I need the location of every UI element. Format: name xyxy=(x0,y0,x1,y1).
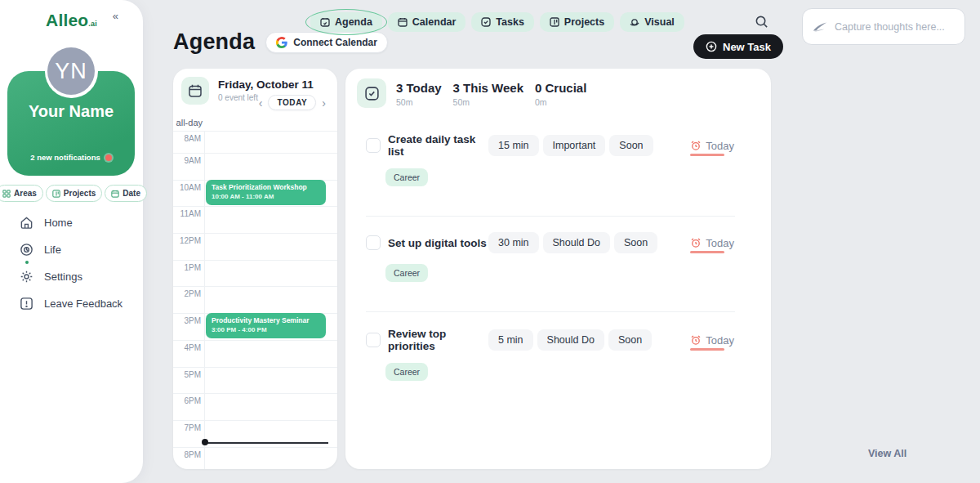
notifications-row[interactable]: 2 new notifications xyxy=(7,153,135,162)
category-chip[interactable]: Career xyxy=(385,168,428,186)
due-badge[interactable]: Today xyxy=(690,237,734,249)
view-tab-date[interactable]: Date xyxy=(105,185,147,202)
gear-icon xyxy=(20,270,33,284)
google-icon xyxy=(276,37,287,48)
hour-label: 4PM xyxy=(173,341,201,352)
tab-label: Visual xyxy=(644,16,675,28)
task-stats: 3 Today 50m 3 This Week 50m 0 Crucial 0m xyxy=(396,78,586,107)
calendar-icon xyxy=(111,190,119,198)
due-label: Today xyxy=(706,334,734,347)
avatar[interactable]: YN xyxy=(47,47,95,95)
tab-projects[interactable]: Projects xyxy=(540,12,614,32)
due-label: Today xyxy=(706,140,734,152)
stat-time: 50m xyxy=(453,97,523,107)
tab-tasks[interactable]: Tasks xyxy=(471,12,534,32)
chevron-left-icon[interactable]: ‹ xyxy=(257,97,265,109)
task-row: Review top priorities 5 min Should Do So… xyxy=(345,312,771,411)
notification-dot xyxy=(105,154,112,161)
stat-today: 3 Today 50m xyxy=(396,81,442,107)
priority-chip[interactable]: Should Do xyxy=(537,329,604,351)
hour-row[interactable]: 8PM xyxy=(173,447,337,469)
urgency-chip[interactable]: Soon xyxy=(608,329,652,351)
sidebar-item-leave-feedback[interactable]: Leave Feedback xyxy=(20,297,122,311)
task-checkbox[interactable] xyxy=(366,138,381,153)
hour-label: 2PM xyxy=(173,287,201,298)
hour-row[interactable]: 9AM xyxy=(173,153,337,180)
current-time-dot[interactable] xyxy=(202,439,208,445)
view-all-link[interactable]: View All xyxy=(868,448,906,459)
calendar-event[interactable]: Task Prioritization Workshop 10:00 AM - … xyxy=(206,180,326,205)
task-title[interactable]: Create daily task list xyxy=(388,133,488,158)
hour-row[interactable]: 1PM xyxy=(173,260,337,287)
priority-chip[interactable]: Important xyxy=(543,135,606,156)
task-checkbox[interactable] xyxy=(366,235,381,250)
stat-this-week: 3 This Week 50m xyxy=(453,81,523,107)
sidebar-item-life[interactable]: Life xyxy=(20,243,122,257)
new-task-label: New Task xyxy=(723,41,771,53)
calendar-date-title: Friday, October 11 xyxy=(218,77,314,91)
duration-chip[interactable]: 15 min xyxy=(488,135,539,156)
connect-calendar-button[interactable]: Connect Calendar xyxy=(265,32,388,53)
chevron-right-icon[interactable]: › xyxy=(320,97,327,109)
hour-label: 5PM xyxy=(173,368,201,379)
duration-chip[interactable]: 30 min xyxy=(488,232,539,253)
task-title[interactable]: Set up digital tools xyxy=(388,237,488,249)
stat-label: 3 This Week xyxy=(453,81,523,95)
due-badge[interactable]: Today xyxy=(690,140,734,152)
stat-time: 50m xyxy=(396,97,442,107)
kanban-icon xyxy=(52,190,60,198)
duration-chip[interactable]: 5 min xyxy=(488,329,533,351)
event-title: Productivity Mastery Seminar xyxy=(212,316,320,324)
search-icon[interactable] xyxy=(755,15,768,29)
category-chip[interactable]: Career xyxy=(385,264,428,282)
hour-row[interactable]: 11AM xyxy=(173,206,337,233)
view-tab-areas[interactable]: Areas xyxy=(0,185,43,202)
stat-time: 0m xyxy=(535,97,586,107)
check-square-icon xyxy=(357,78,386,108)
capture-thoughts-input[interactable] xyxy=(835,21,955,33)
task-checkbox[interactable] xyxy=(366,333,381,347)
home-icon xyxy=(20,216,33,230)
sidebar-view-tabs: Areas Projects Date xyxy=(0,185,143,202)
urgency-chip[interactable]: Soon xyxy=(614,232,657,253)
calendar-event[interactable]: Productivity Mastery Seminar 3:00 PM - 4… xyxy=(206,313,326,338)
app-logo: Alleo.ai xyxy=(0,11,143,30)
new-task-button[interactable]: New Task xyxy=(693,34,783,59)
user-name: Your Name xyxy=(7,102,135,121)
task-chips: 15 min Important Soon xyxy=(488,135,653,156)
hour-row[interactable]: 4PM xyxy=(173,340,337,367)
view-tab-label: Projects xyxy=(64,189,96,198)
view-tab-projects[interactable]: Projects xyxy=(46,185,102,202)
hour-row[interactable]: 2PM xyxy=(173,286,337,313)
due-label: Today xyxy=(706,237,734,249)
sidebar: Alleo.ai « Your Name 2 new notifications… xyxy=(0,0,143,483)
hour-row[interactable]: 8AM xyxy=(173,131,337,153)
tab-calendar[interactable]: Calendar xyxy=(388,12,466,32)
notifications-text: 2 new notifications xyxy=(30,153,100,162)
hour-row[interactable]: 12PM xyxy=(173,233,337,260)
hour-row[interactable]: 5PM xyxy=(173,367,337,394)
due-badge[interactable]: Today xyxy=(690,334,734,347)
capture-thoughts-box xyxy=(802,8,965,45)
task-main: Review top priorities 5 min Should Do So… xyxy=(366,328,734,352)
hour-label: 1PM xyxy=(173,261,201,272)
sidebar-collapse-icon[interactable]: « xyxy=(113,10,118,22)
sidebar-item-settings[interactable]: Settings xyxy=(20,270,122,284)
tab-agenda[interactable]: Agenda xyxy=(310,12,382,32)
tab-visual[interactable]: Visual xyxy=(620,12,684,32)
calendar-panel: Friday, October 11 0 event left ‹ TODAY … xyxy=(173,69,337,469)
today-button[interactable]: TODAY xyxy=(268,95,316,110)
urgency-chip[interactable]: Soon xyxy=(609,135,653,156)
category-chip[interactable]: Career xyxy=(385,363,428,381)
view-tab-label: Date xyxy=(122,189,140,198)
task-title[interactable]: Review top priorities xyxy=(388,328,488,352)
kanban-icon xyxy=(550,17,559,27)
priority-chip[interactable]: Should Do xyxy=(543,232,610,253)
all-day-row: all-day xyxy=(173,114,337,131)
calendar-time-grid: all-day 8AM 9AM 10AM 11AM 12PM 1PM 2PM 3… xyxy=(173,114,337,469)
hour-label: 6PM xyxy=(173,394,201,405)
task-row: Create daily task list 15 min Important … xyxy=(345,118,771,217)
hour-row[interactable]: 6PM xyxy=(173,393,337,420)
sidebar-item-home[interactable]: Home xyxy=(20,216,122,230)
task-main: Create daily task list 15 min Important … xyxy=(366,133,734,158)
